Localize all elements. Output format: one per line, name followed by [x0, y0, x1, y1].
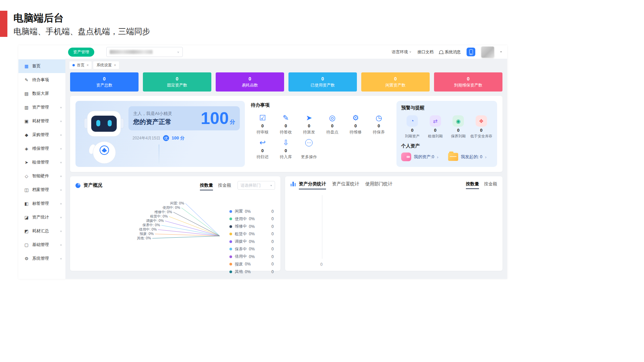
language-menu[interactable]: 语言环境 ∨	[392, 49, 412, 55]
bar-chart-icon: ◪	[24, 215, 29, 220]
stat-card-total-assets[interactable]: 0 资产总数	[70, 72, 139, 92]
legend-item[interactable]: 使用中 0% 0	[229, 216, 274, 222]
department-select[interactable]: 请选择部门 ▾	[237, 181, 275, 190]
alert-item-low-stock[interactable]: ❖ 0 低于安全库存	[470, 115, 492, 139]
system-messages-link[interactable]: 系统消息	[439, 49, 461, 55]
sidebar-item-smart-hardware[interactable]: ◇ 智能硬件 ∨	[18, 169, 65, 183]
todo-item-pending-inbound[interactable]: ⇩ 0 待入库	[274, 138, 297, 160]
stat-card-idle-assets[interactable]: 0 闲置资产数	[361, 72, 430, 92]
alert-item-expiring-assets[interactable]: ◔ 0 到期资产	[401, 115, 423, 139]
todo-item-pending-maintenance[interactable]: ◷ 0 待保养	[367, 114, 390, 135]
tab-system-settings[interactable]: 系统设置 ×	[93, 61, 119, 69]
legend-item[interactable]: 保养中 0% 0	[229, 246, 274, 252]
alert-item-maintenance-due[interactable]: ◉ 0 保养到期	[447, 115, 469, 139]
alert-label: 保养到期	[451, 134, 466, 139]
stat-label: 固定资产数	[167, 82, 187, 88]
api-docs-link[interactable]: 接口文档	[417, 49, 433, 55]
alert-count: 0	[411, 128, 413, 133]
user-avatar[interactable]	[481, 47, 494, 58]
sidebar-item-maintenance[interactable]: ◈ 维保管理 ∨	[18, 142, 65, 156]
legend-item[interactable]: 借用中 0% 0	[229, 254, 274, 259]
legend-dot	[229, 218, 232, 220]
ai-greeting: 主人，我是AI小精灵	[133, 111, 172, 117]
legend-item[interactable]: 维修中 0% 0	[229, 224, 274, 229]
sidebar-item-basic-mgmt[interactable]: ▢ 基础管理 ∨	[18, 238, 65, 252]
todo-item-pending-return[interactable]: ↩ 0 待归还	[251, 138, 274, 160]
pie-label: 租赁中: 0%	[150, 214, 168, 218]
todo-item-pending-stocktake[interactable]: ◎ 0 待盘点	[321, 114, 344, 135]
sidebar-item-todo[interactable]: ✎ 待办事项	[18, 73, 65, 87]
pie-label: 调拨中: 0%	[146, 219, 164, 223]
legend-item[interactable]: 租赁中 0% 0	[229, 231, 274, 237]
toggle-by-amount[interactable]: 按金额	[484, 181, 497, 187]
chevron-down-icon: ∨	[60, 230, 62, 233]
toggle-by-count[interactable]: 按数量	[200, 182, 213, 188]
ai-score-unit: 分	[230, 119, 235, 125]
sidebar-item-consumable-summary[interactable]: ◩ 耗材汇总 ∨	[18, 224, 65, 238]
close-icon[interactable]: ×	[114, 63, 116, 67]
stat-label: 资产总数	[96, 82, 112, 88]
todo-item-more-actions[interactable]: ⋯ 更多操作	[298, 138, 321, 160]
mobile-app-button[interactable]	[467, 48, 475, 56]
sidebar-item-purchase[interactable]: ◆ 采购管理 ∨	[18, 128, 65, 142]
tab-label: 系统设置	[96, 63, 112, 68]
ai-status-text: 您的资产正常	[133, 118, 172, 126]
todo-item-pending-repair[interactable]: ⚙ 0 待维修	[344, 114, 367, 135]
toggle-by-amount[interactable]: 按金额	[218, 182, 231, 188]
alert-item-rental-due[interactable]: ⇄ 0 租借到期	[424, 115, 446, 139]
box-icon: ▣	[24, 119, 29, 124]
chevron-down-icon: ∨	[60, 216, 62, 219]
company-select[interactable]: ∨	[106, 47, 183, 57]
stat-card-fixed-assets[interactable]: 0 固定资产数	[143, 72, 211, 92]
robot-illustration	[79, 102, 129, 166]
chevron-down-icon: ∨	[60, 202, 62, 205]
target-icon: ◉	[452, 115, 464, 127]
stat-card-consumables[interactable]: 0 易耗品数	[216, 72, 284, 92]
module-badge[interactable]: 资产管理	[68, 48, 94, 57]
todo-item-pending-dispatch[interactable]: ➤ 0 待派发	[298, 114, 321, 135]
sidebar-item-asset-mgmt[interactable]: ▥ 资产管理 ∨	[18, 101, 65, 114]
stat-card-expiring-maintenance[interactable]: 0 到期维保资产数	[434, 72, 502, 92]
sidebar-item-home[interactable]: ▦ 首页	[18, 59, 65, 73]
legend-item[interactable]: 其他 0% 0	[229, 269, 274, 275]
my-initiated-link[interactable]: 我发起的: 0 ›	[448, 153, 492, 161]
sidebar-item-asset-stats[interactable]: ◪ 资产统计 ∨	[18, 210, 65, 224]
legend-item[interactable]: 调拨中 0% 0	[229, 239, 274, 244]
toggle-by-count[interactable]: 按数量	[466, 181, 479, 187]
todo-count: 0	[308, 123, 310, 128]
stat-cards-row: 0 资产总数 0 固定资产数 0 易耗品数 0 已使用资产数	[70, 72, 502, 92]
header-actions: 语言环境 ∨ 接口文档 系统消息 ▾	[392, 47, 502, 58]
tab-asset-category-stats[interactable]: 资产分类统计	[299, 181, 326, 187]
sidebar-item-label: 资产管理	[32, 105, 49, 110]
sidebar-item-label: 待办事项	[32, 77, 49, 83]
sidebar-item-rental[interactable]: ➤ 租借管理 ∨	[18, 156, 65, 169]
language-label: 语言环境	[392, 49, 408, 55]
tab-home[interactable]: 首页 ×	[69, 61, 92, 69]
todo-item-pending-review[interactable]: ☑ 0 待审核	[251, 114, 274, 135]
pie-chart-area: 闲置: 0% 使用中: 0% 维修中: 0% 租赁中: 0% 调拨中: 0% 保…	[70, 193, 280, 271]
alert-count: 0	[480, 128, 482, 133]
monitor-icon: ▤	[24, 91, 29, 96]
my-assets-link[interactable]: 我的资产:0 ›	[401, 153, 445, 161]
sidebar-item-data-screen[interactable]: ▤ 数据大屏	[18, 87, 65, 101]
stat-card-used-assets[interactable]: 0 已使用资产数	[288, 72, 357, 92]
legend-item[interactable]: 报废 0% 0	[229, 261, 274, 267]
tab-department-usage-stats[interactable]: 使用部门统计	[365, 181, 392, 187]
sidebar-item-archives[interactable]: ◫ 档案管理 ∨	[18, 183, 65, 197]
close-icon[interactable]: ×	[87, 63, 89, 67]
pie-label: 使用中: 0%	[162, 205, 180, 209]
todo-item-pending-sign[interactable]: ✎ 0 待签收	[274, 114, 297, 135]
sidebar-item-system-mgmt[interactable]: ⚙ 系统管理 ∨	[18, 252, 65, 265]
stat-value: 0	[467, 76, 470, 81]
stat-value: 0	[321, 76, 324, 81]
legend-item[interactable]: 闲置 0% 0	[229, 208, 274, 214]
sidebar: ▦ 首页 ✎ 待办事项 ▤ 数据大屏 ▥ 资产管理 ∨ ▣ 耗材管理 ∨	[18, 59, 65, 279]
tab-asset-location-stats[interactable]: 资产位置统计	[332, 181, 359, 187]
sidebar-item-consumables[interactable]: ▣ 耗材管理 ∨	[18, 114, 65, 128]
user-menu-caret-icon[interactable]: ▾	[500, 51, 502, 53]
sidebar-item-label: 租借管理	[32, 160, 49, 165]
sidebar-item-label: 采购管理	[32, 132, 49, 138]
bar-chart-area: 0	[285, 190, 502, 271]
sidebar-item-labels[interactable]: ◧ 标签管理 ∨	[18, 197, 65, 210]
alerts-panel: 预警与提醒 ◔ 0 到期资产 ⇄	[396, 101, 497, 167]
